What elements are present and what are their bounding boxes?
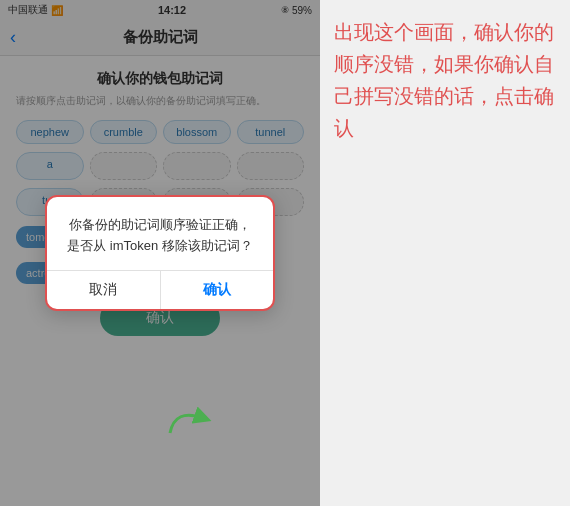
- arrow-icon: [165, 398, 215, 438]
- phone-frame: 中国联通 📶 14:12 ⑧ 59% ‹ 备份助记词 确认你的钱包助记词 请按顺…: [0, 0, 320, 506]
- annotation-panel: 出现这个画面，确认你的顺序没错，如果你确认自己拼写没错的话，点击确认: [320, 0, 570, 506]
- dialog-message: 你备份的助记词顺序验证正确，是否从 imToken 移除该助记词？: [63, 215, 257, 257]
- annotation-text: 出现这个画面，确认你的顺序没错，如果你确认自己拼写没错的话，点击确认: [334, 16, 556, 144]
- dialog-box: 你备份的助记词顺序验证正确，是否从 imToken 移除该助记词？ 取消 确认: [45, 195, 275, 312]
- dialog-overlay: 你备份的助记词顺序验证正确，是否从 imToken 移除该助记词？ 取消 确认: [0, 0, 320, 506]
- dialog-ok-button[interactable]: 确认: [161, 271, 274, 309]
- dialog-cancel-button[interactable]: 取消: [47, 271, 161, 309]
- dialog-buttons: 取消 确认: [47, 270, 273, 309]
